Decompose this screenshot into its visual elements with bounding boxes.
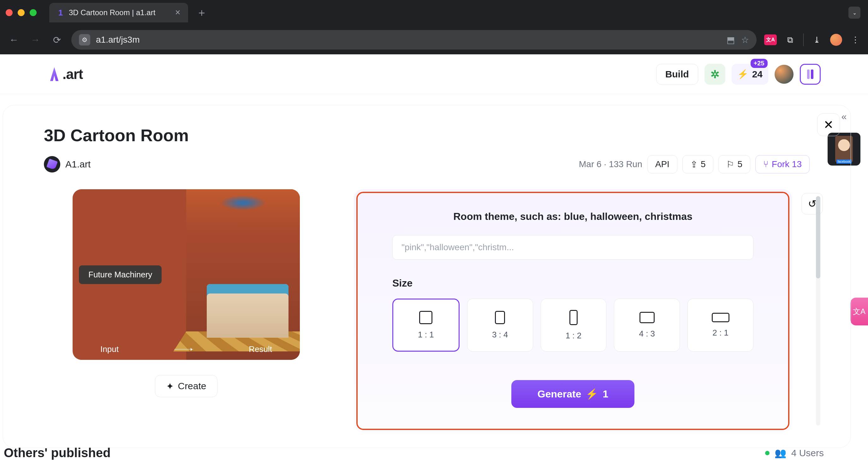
fork-button[interactable]: ⑂ Fork 13 bbox=[755, 155, 810, 173]
extensions-puzzle-icon[interactable]: ⧉ bbox=[784, 34, 796, 46]
browser-toolbar: ← → ⟳ ⚙ a1.art/js3m ⬒ ☆ 文A ⧉ ⤓ ⋮ bbox=[0, 25, 868, 54]
create-button[interactable]: ✦ Create bbox=[155, 375, 217, 397]
forward-icon: → bbox=[28, 34, 42, 45]
reload-icon[interactable]: ⟳ bbox=[50, 34, 64, 46]
site-settings-icon[interactable]: ⚙ bbox=[79, 34, 90, 46]
downloads-icon[interactable]: ⤓ bbox=[811, 34, 823, 46]
users-info: 👥 4 Users bbox=[765, 448, 824, 458]
content-row: Future Machinery Input Result ✦ Create bbox=[3, 173, 850, 432]
ratio-shape-icon bbox=[712, 313, 730, 322]
date-and-runs: Mar 6 · 133 Run bbox=[579, 159, 642, 169]
close-card-button[interactable]: ✕ bbox=[817, 113, 840, 136]
translate-extension-icon[interactable]: 文A bbox=[764, 34, 777, 45]
panel-toggle-icon bbox=[807, 69, 813, 79]
profile-avatar-icon[interactable] bbox=[830, 34, 842, 46]
arrow-right-icon bbox=[174, 349, 193, 349]
user-avatar[interactable] bbox=[775, 65, 794, 84]
size-option-1-2[interactable]: 1 : 2 bbox=[541, 298, 607, 352]
generate-cost: 1 bbox=[602, 388, 608, 400]
close-window-icon[interactable] bbox=[6, 9, 12, 16]
tab-title: 3D Cartoon Room | a1.art bbox=[69, 8, 170, 17]
tabs-dropdown-icon[interactable]: ⌄ bbox=[848, 7, 861, 19]
credits-count: 24 bbox=[752, 69, 763, 80]
form-scrollbar[interactable] bbox=[816, 196, 820, 426]
panel-toggle-button[interactable] bbox=[800, 64, 820, 85]
theme-input[interactable] bbox=[392, 235, 753, 260]
ratio-shape-icon bbox=[569, 310, 578, 325]
logo[interactable]: .art bbox=[48, 66, 83, 82]
bookmark-star-icon[interactable]: ☆ bbox=[741, 35, 749, 45]
generate-button[interactable]: Generate ⚡ 1 bbox=[511, 380, 634, 408]
size-options: 1 : 1 3 : 4 1 : 2 bbox=[392, 298, 753, 352]
wechat-icon: ✲ bbox=[711, 68, 719, 81]
size-option-1-1[interactable]: 1 : 1 bbox=[392, 298, 460, 352]
logo-text: .art bbox=[62, 66, 83, 82]
size-field-label: Size bbox=[392, 278, 753, 289]
api-label: API bbox=[655, 159, 670, 169]
users-icon: 👥 bbox=[775, 448, 786, 458]
credits-pill[interactable]: +25 ⚡ 24 bbox=[732, 64, 768, 85]
app-root: .art Build ✲ +25 ⚡ 24 « 文A ✕ 3D Cartoon … bbox=[0, 54, 868, 460]
bookmark-button[interactable]: ⚐ 5 bbox=[718, 155, 750, 173]
author-name: A1.art bbox=[65, 159, 91, 170]
new-tab-icon[interactable]: ＋ bbox=[196, 5, 207, 20]
bolt-icon: ⚡ bbox=[586, 388, 598, 400]
scroll-thumb[interactable] bbox=[816, 196, 820, 278]
ratio-label: 3 : 4 bbox=[492, 330, 508, 340]
others-published-row: Others' published 👥 4 Users bbox=[4, 446, 824, 460]
minimize-window-icon[interactable] bbox=[18, 9, 25, 16]
preview-input-label: Input bbox=[100, 344, 119, 354]
api-button[interactable]: API bbox=[647, 155, 677, 173]
url-text: a1.art/js3m bbox=[96, 35, 721, 45]
preview-input-half: Future Machinery bbox=[72, 189, 186, 360]
share-count: 5 bbox=[701, 159, 706, 169]
app-topbar: .art Build ✲ +25 ⚡ 24 bbox=[0, 54, 868, 94]
meta-row: A1.art Mar 6 · 133 Run API ⇪ 5 ⚐ 5 ⑂ For… bbox=[3, 145, 850, 173]
ratio-label: 4 : 3 bbox=[639, 329, 655, 339]
others-published-title: Others' published bbox=[4, 446, 111, 460]
share-icon: ⇪ bbox=[690, 159, 698, 170]
preview-result-half bbox=[186, 189, 300, 360]
form-highlight-box: Room theme, such as: blue, halloween, ch… bbox=[356, 192, 789, 430]
close-tab-icon[interactable]: ✕ bbox=[175, 8, 181, 17]
translate-side-tab[interactable]: 文A bbox=[850, 297, 868, 325]
window-controls bbox=[6, 9, 37, 16]
size-option-3-4[interactable]: 3 : 4 bbox=[467, 298, 533, 352]
ratio-shape-icon bbox=[495, 311, 505, 324]
back-icon[interactable]: ← bbox=[7, 34, 21, 45]
online-dot-icon bbox=[765, 451, 770, 455]
history-icon: ↺ bbox=[808, 198, 816, 210]
ratio-shape-icon bbox=[640, 312, 655, 323]
theme-field-label: Room theme, such as: blue, halloween, ch… bbox=[392, 211, 753, 223]
main-card: ✕ 3D Cartoon Room A1.art Mar 6 · 133 Run… bbox=[2, 105, 851, 448]
url-actions: ⬒ ☆ bbox=[726, 35, 749, 45]
browser-menu-icon[interactable]: ⋮ bbox=[850, 34, 861, 46]
toolbar-divider bbox=[803, 33, 804, 46]
bookmark-icon: ⚐ bbox=[726, 159, 734, 170]
page-title: 3D Cartoon Room bbox=[3, 105, 850, 145]
fork-icon: ⑂ bbox=[763, 159, 769, 169]
wechat-button[interactable]: ✲ bbox=[705, 64, 725, 85]
install-app-icon[interactable]: ⬒ bbox=[726, 35, 735, 45]
size-option-2-1[interactable]: 2 : 1 bbox=[687, 298, 753, 352]
ratio-shape-icon bbox=[419, 311, 432, 324]
favicon-icon: 1 bbox=[57, 9, 64, 17]
build-button[interactable]: Build bbox=[656, 64, 698, 85]
users-count-label: 4 Users bbox=[791, 448, 824, 458]
extension-icons: 文A ⧉ ⤓ ⋮ bbox=[764, 33, 861, 46]
preview-result-label: Result bbox=[249, 344, 272, 354]
credits-plus-badge: +25 bbox=[751, 59, 768, 68]
browser-tab[interactable]: 1 3D Cartoon Room | a1.art ✕ bbox=[49, 3, 188, 23]
form-panel: Room theme, such as: blue, halloween, ch… bbox=[354, 189, 792, 432]
share-button[interactable]: ⇪ 5 bbox=[682, 155, 714, 173]
preview-image: Future Machinery Input Result bbox=[72, 189, 300, 360]
prompt-chip: Future Machinery bbox=[79, 265, 162, 284]
logo-mark-icon bbox=[48, 67, 61, 81]
size-option-4-3[interactable]: 4 : 3 bbox=[614, 298, 680, 352]
close-icon: ✕ bbox=[824, 118, 834, 132]
author-avatar[interactable] bbox=[44, 156, 60, 173]
generate-label: Generate bbox=[537, 388, 581, 400]
address-bar[interactable]: ⚙ a1.art/js3m ⬒ ☆ bbox=[71, 30, 756, 50]
browser-chrome: 1 3D Cartoon Room | a1.art ✕ ＋ ⌄ ← → ⟳ ⚙… bbox=[0, 0, 868, 54]
maximize-window-icon[interactable] bbox=[30, 9, 37, 16]
